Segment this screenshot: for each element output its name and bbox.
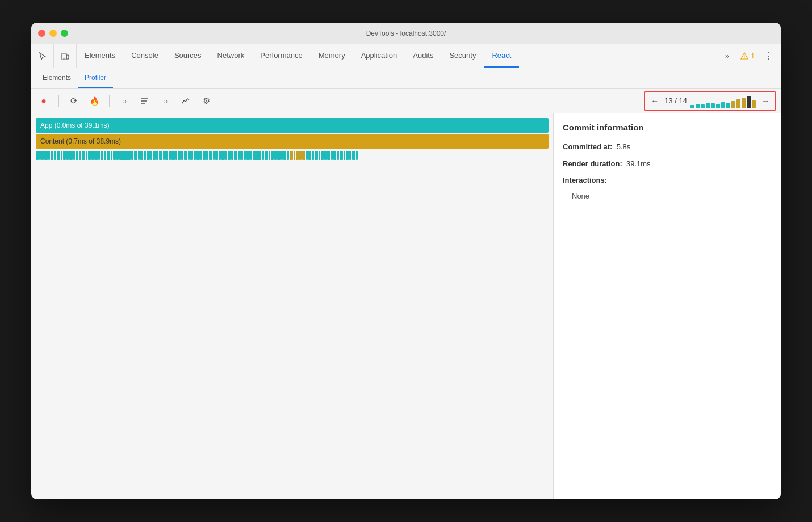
warning-badge[interactable]: ! 1	[737, 51, 758, 61]
mini-bar-41[interactable]	[171, 151, 175, 160]
commit-bar-9[interactable]	[736, 99, 740, 108]
tab-audits[interactable]: Audits	[405, 44, 441, 68]
mini-bar-89[interactable]	[327, 151, 330, 160]
sub-tab-profiler[interactable]: Profiler	[78, 68, 113, 88]
mini-bar-37[interactable]	[159, 151, 162, 160]
commit-bar-6[interactable]	[721, 102, 725, 108]
mini-bar-82[interactable]	[306, 151, 308, 160]
commit-bar-2[interactable]	[701, 104, 705, 108]
mini-bar-33[interactable]	[147, 151, 150, 160]
mini-bar-25[interactable]	[113, 151, 116, 160]
tab-sources[interactable]: Sources	[166, 44, 210, 68]
mini-bar-52[interactable]	[206, 151, 208, 160]
mini-bar-30[interactable]	[138, 151, 140, 160]
mini-bar-83[interactable]	[308, 151, 311, 160]
mini-bar-68[interactable]	[262, 151, 264, 160]
settings-button[interactable]: ⚙	[198, 93, 214, 109]
mini-bar-67[interactable]	[253, 151, 261, 160]
more-options-button[interactable]: ⋮	[760, 48, 776, 64]
mini-bar-80[interactable]	[299, 151, 302, 160]
mini-bar-51[interactable]	[203, 151, 206, 160]
mini-bar-42[interactable]	[175, 151, 177, 160]
commit-bar-5[interactable]	[716, 104, 720, 108]
mini-bar-66[interactable]	[250, 151, 252, 160]
mini-bar-36[interactable]	[156, 151, 158, 160]
mini-bar-47[interactable]	[190, 151, 193, 160]
mini-bar-48[interactable]	[194, 151, 196, 160]
mini-bar-43[interactable]	[178, 151, 181, 160]
mini-bar-57[interactable]	[221, 151, 225, 160]
mini-bar-65[interactable]	[246, 151, 250, 160]
mini-bar-71[interactable]	[271, 151, 274, 160]
commit-bar-1[interactable]	[696, 104, 700, 108]
commit-bar-10[interactable]	[742, 98, 746, 108]
mini-bar-18[interactable]	[91, 151, 94, 160]
mini-bar-90[interactable]	[331, 151, 333, 160]
mini-bar-0[interactable]	[36, 151, 39, 160]
more-tabs-button[interactable]: »	[719, 48, 735, 64]
mini-bar-60[interactable]	[231, 151, 233, 160]
mini-bar-53[interactable]	[209, 151, 212, 160]
next-commit-button[interactable]: →	[759, 95, 772, 107]
commit-bar-4[interactable]	[711, 103, 715, 108]
mini-bar-96[interactable]	[349, 151, 351, 160]
minimize-button[interactable]	[49, 30, 57, 37]
mini-bar-74[interactable]	[281, 151, 283, 160]
prev-commit-button[interactable]: ←	[648, 95, 661, 107]
mini-bar-81[interactable]	[302, 151, 305, 160]
mini-bar-69[interactable]	[265, 151, 268, 160]
mini-bar-8[interactable]	[61, 151, 62, 160]
mini-bar-1[interactable]	[39, 151, 41, 160]
close-button[interactable]	[38, 30, 45, 37]
mini-bar-4[interactable]	[48, 151, 50, 160]
device-toolbar-button[interactable]	[54, 44, 77, 68]
mini-bar-23[interactable]	[107, 151, 110, 160]
commit-bar-0[interactable]	[690, 105, 694, 108]
mini-bar-32[interactable]	[144, 151, 146, 160]
mini-bar-54[interactable]	[213, 151, 215, 160]
mini-bar-2[interactable]	[41, 151, 44, 160]
sub-tab-elements[interactable]: Elements	[36, 68, 78, 88]
mini-bar-76[interactable]	[287, 151, 289, 160]
mini-bar-56[interactable]	[219, 151, 221, 160]
mini-bar-49[interactable]	[196, 151, 200, 160]
mini-bar-12[interactable]	[73, 151, 75, 160]
tab-network[interactable]: Network	[210, 44, 253, 68]
mini-bar-78[interactable]	[294, 151, 295, 160]
mini-bar-38[interactable]	[163, 151, 165, 160]
mini-bar-95[interactable]	[346, 151, 349, 160]
mini-bar-34[interactable]	[150, 151, 152, 160]
mini-bar-15[interactable]	[82, 151, 85, 160]
mini-bar-91[interactable]	[333, 151, 336, 160]
mini-bar-45[interactable]	[184, 151, 187, 160]
mini-bar-46[interactable]	[188, 151, 190, 160]
mini-bar-77[interactable]	[290, 151, 293, 160]
commit-bar-3[interactable]	[706, 103, 710, 108]
mini-bar-94[interactable]	[344, 151, 345, 160]
mini-bar-50[interactable]	[200, 151, 202, 160]
mini-bar-79[interactable]	[296, 151, 299, 160]
mini-bar-5[interactable]	[51, 151, 53, 160]
mini-bar-35[interactable]	[153, 151, 156, 160]
mini-bar-24[interactable]	[111, 151, 112, 160]
tab-security[interactable]: Security	[441, 44, 484, 68]
mini-bar-13[interactable]	[76, 151, 78, 160]
mini-bar-10[interactable]	[66, 151, 69, 160]
mini-bar-55[interactable]	[215, 151, 218, 160]
mini-bar-70[interactable]	[269, 151, 270, 160]
commit-bar-8[interactable]	[731, 101, 735, 108]
filter-button[interactable]: ○	[157, 93, 173, 109]
chart-button[interactable]	[178, 93, 194, 109]
tab-application[interactable]: Application	[353, 44, 405, 68]
mini-bar-9[interactable]	[63, 151, 66, 160]
app-bar[interactable]: App (0.0ms of 39.1ms)	[36, 118, 549, 133]
mini-bar-73[interactable]	[277, 151, 281, 160]
commit-bars-chart[interactable]	[690, 94, 756, 108]
mini-bar-64[interactable]	[244, 151, 246, 160]
mini-bar-59[interactable]	[228, 151, 231, 160]
mini-bar-28[interactable]	[131, 151, 133, 160]
mini-bar-40[interactable]	[169, 151, 171, 160]
flame-icon-button[interactable]: 🔥	[86, 93, 102, 109]
mini-bar-22[interactable]	[104, 151, 106, 160]
tab-memory[interactable]: Memory	[311, 44, 353, 68]
